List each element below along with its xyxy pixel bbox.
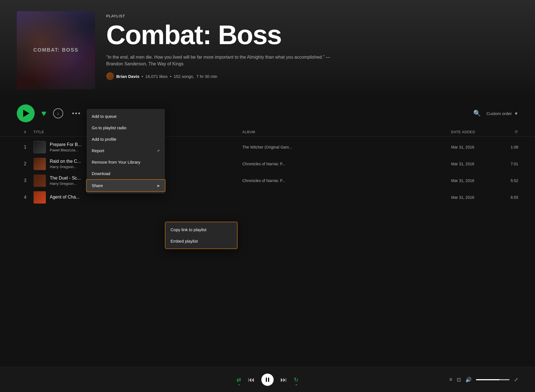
menu-item-label: Go to playlist radio [92,125,126,130]
col-num: # [17,130,34,134]
track-number: 4 [17,195,34,200]
shuffle-active-dot [238,384,240,385]
track-artist: Harry Gregson... [50,181,81,186]
track-album: Chronicles of Narnia: P... [242,162,451,166]
track-duration: 7:01 [496,162,518,166]
share-submenu: Copy link to playlist Embed playlist [165,222,238,249]
pause-icon-left [266,377,267,382]
playlist-type-label: PLAYLIST [106,14,518,18]
chevron-right-icon: ▶ [157,184,160,188]
track-thumbnail [34,191,46,204]
header-info: PLAYLIST Combat: Boss “In the end, all m… [106,11,518,80]
menu-item-label: Report [92,148,104,153]
avatar [106,72,114,80]
menu-item-embed-playlist[interactable]: Embed playlist [165,235,237,247]
duration: 7 hr 30 min [197,74,217,79]
fullscreen-icon[interactable]: ⤢ [514,377,518,383]
track-album: The Witcher (Original Gam... [242,145,451,149]
volume-fill [476,379,500,380]
menu-item-add-to-profile[interactable]: Add to profile [87,133,165,145]
track-album: Chronicles of Narnia: P... [242,178,451,183]
track-number: 3 [17,178,34,183]
play-button[interactable] [17,104,35,122]
repeat-active-dot [296,384,297,385]
sort-button[interactable]: Custom order ▼ [486,111,518,116]
controls-bar: ♥ ↓ ••• 🔍 Custom order ▼ [0,98,535,129]
col-duration: ⏱ [496,130,518,134]
track-list: 1 Prepare For B... Pawel Blaszcza... The… [0,139,535,206]
search-icon[interactable]: 🔍 [473,110,481,117]
track-number: 1 [17,145,34,150]
track-date: Mar 31, 2016 [451,145,496,149]
menu-item-share[interactable]: Share ▶ [86,179,165,192]
likes-count: 16,071 likes [145,74,168,79]
devices-icon[interactable]: ⊡ [457,377,461,383]
page-header: COMBAT: BOSS PLAYLIST Combat: Boss “In t… [0,0,535,98]
col-date: DATE ADDED [451,130,496,134]
prev-button[interactable]: ⏮ [248,376,255,384]
menu-item-label: Remove from Your Library [92,160,140,164]
menu-item-add-to-queue[interactable]: Add to queue [87,111,165,122]
player-controls: ⇄ ⏮ ⏭ ↻ [236,374,299,386]
track-artist: Harry Gregson... [50,165,81,169]
repeat-wrapper: ↻ [294,376,299,383]
track-number: 2 [17,161,34,166]
next-button[interactable]: ⏭ [280,376,287,384]
track-date: Mar 31, 2016 [451,195,496,200]
like-button[interactable]: ♥ [41,109,46,118]
controls-right: 🔍 Custom order ▼ [473,110,518,117]
queue-icon[interactable]: ≡ [449,377,452,383]
repeat-button[interactable]: ↻ [294,377,299,383]
player-right-controls: ≡ ⊡ 🔊 ⤢ [449,377,518,383]
menu-item-download[interactable]: Download [87,168,165,179]
external-link-icon: ↗ [157,149,160,153]
menu-item-label: Add to queue [92,114,117,119]
track-date: Mar 31, 2016 [451,178,496,183]
page-title: Combat: Boss [106,21,518,48]
context-menu: Add to queue Go to playlist radio Add to… [87,109,165,193]
track-thumbnail [34,175,46,187]
menu-item-label: Download [92,171,110,176]
menu-item-label: Add to profile [92,137,116,142]
shuffle-wrapper: ⇄ [236,376,241,383]
player-bar: ⇄ ⏮ ⏭ ↻ ≡ ⊡ 🔊 ⤢ [0,367,535,392]
more-options-button[interactable]: ••• [72,110,81,117]
volume-slider[interactable] [476,379,510,380]
track-name: Agent of Cha... [50,195,80,200]
col-album: ALBUM [242,130,451,134]
track-date: Mar 31, 2016 [451,162,496,166]
menu-item-label: Copy link to playlist [171,227,206,232]
menu-item-remove-library[interactable]: Remove from Your Library [87,156,165,168]
volume-icon[interactable]: 🔊 [465,377,472,383]
chevron-down-icon: ▼ [514,111,518,116]
track-thumbnail [34,158,46,170]
album-art: COMBAT: BOSS [17,11,95,89]
menu-item-label: Share [92,183,103,188]
track-thumbnail [34,141,46,153]
track-artist: Pawel Blaszcza... [50,148,82,152]
playlist-meta: Brian Davis • 16,071 likes • 152 songs, … [106,72,518,80]
play-icon [23,110,29,117]
menu-item-label: Embed playlist [171,239,198,243]
pause-button[interactable] [261,374,274,386]
track-name: Prepare For B... [50,142,82,147]
menu-item-copy-link[interactable]: Copy link to playlist [165,224,237,235]
track-duration: 1:08 [496,145,518,149]
pause-icon-right [268,377,269,382]
menu-item-report[interactable]: Report ↗ [87,145,165,156]
sort-label: Custom order [486,111,512,116]
track-duration: 5:52 [496,178,518,183]
songs-count: 152 songs, [174,74,194,79]
author-name[interactable]: Brian Davis [116,74,139,79]
track-name: The Duel - Sc... [50,176,81,181]
shuffle-button[interactable]: ⇄ [236,377,241,383]
download-button[interactable]: ↓ [53,108,63,118]
track-duration: 6:55 [496,195,518,200]
download-icon: ↓ [57,111,59,116]
menu-item-playlist-radio[interactable]: Go to playlist radio [87,122,165,133]
track-name: Raid on the C... [50,159,81,164]
table-header: # TITLE ALBUM DATE ADDED ⏱ [0,129,535,137]
album-art-text: COMBAT: BOSS [33,47,79,53]
playlist-description: “In the end, all men die. How you lived … [106,54,347,67]
